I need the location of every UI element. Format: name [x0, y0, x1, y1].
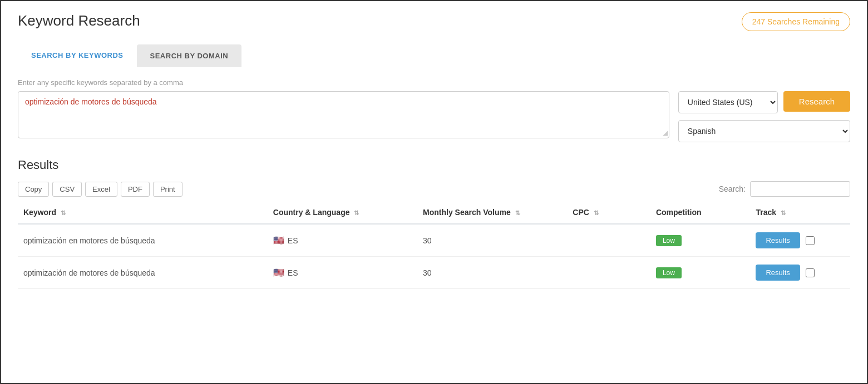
- col-cpc-label: CPC: [573, 208, 589, 217]
- table-row: optimización de motores de búsqueda 🇺🇸 E…: [18, 257, 850, 289]
- col-header-cpc: CPC ⇅: [567, 201, 650, 224]
- cell-competition-0: Low: [650, 224, 751, 257]
- searches-remaining-badge: 247 Searches Remaining: [742, 12, 850, 31]
- col-keyword-label: Keyword: [23, 208, 56, 217]
- print-button[interactable]: Print: [153, 182, 183, 197]
- results-button-0[interactable]: Results: [756, 232, 800, 248]
- sort-msv-icon[interactable]: ⇅: [515, 210, 520, 217]
- cell-msv-1: 30: [417, 257, 567, 289]
- table-row: optimización en motores de búsqueda 🇺🇸 E…: [18, 224, 850, 257]
- page-title: Keyword Research: [18, 12, 140, 29]
- col-header-competition: Competition: [650, 201, 751, 224]
- table-search-bar: Search:: [719, 181, 850, 197]
- tab-search-by-keywords[interactable]: SEARCH BY KEYWORDS: [18, 44, 137, 67]
- track-cell-0: Results: [756, 232, 845, 248]
- flag-emoji-1: 🇺🇸: [273, 267, 284, 278]
- cell-keyword-0: optimización en motores de búsqueda: [18, 224, 268, 257]
- table-search-input[interactable]: [750, 181, 850, 197]
- keyword-input-wrapper: optimización de motores de búsqueda ◢: [18, 91, 669, 138]
- col-country-label: Country & Language: [273, 208, 350, 217]
- lang-code-1: ES: [288, 268, 298, 277]
- research-button[interactable]: Research: [783, 91, 850, 112]
- search-row: optimización de motores de búsqueda ◢ Un…: [18, 91, 850, 142]
- sort-keyword-icon[interactable]: ⇅: [61, 210, 66, 217]
- col-msv-label: Monthly Search Volume: [423, 208, 511, 217]
- col-track-label: Track: [756, 208, 776, 217]
- sort-country-icon[interactable]: ⇅: [354, 210, 359, 217]
- sort-cpc-icon[interactable]: ⇅: [594, 210, 599, 217]
- cell-country-1: 🇺🇸 ES: [268, 257, 417, 289]
- results-section: Results Copy CSV Excel PDF Print Search:…: [18, 158, 850, 289]
- col-header-msv: Monthly Search Volume ⇅: [417, 201, 567, 224]
- keyword-textarea[interactable]: optimización de motores de búsqueda: [25, 97, 662, 131]
- col-header-track: Track ⇅: [750, 201, 850, 224]
- right-controls: United States (US) United Kingdom (UK) C…: [678, 91, 850, 142]
- col-header-country: Country & Language ⇅: [268, 201, 417, 224]
- page-wrapper: Keyword Research 247 Searches Remaining …: [0, 0, 868, 384]
- cell-track-0: Results: [750, 224, 850, 257]
- keyword-link-0[interactable]: optimización en motores de búsqueda: [23, 236, 155, 245]
- country-flag-1: 🇺🇸 ES: [273, 267, 298, 278]
- lang-code-0: ES: [288, 236, 298, 245]
- table-header-row: Keyword ⇅ Country & Language ⇅ Monthly S…: [18, 201, 850, 224]
- competition-badge-0: Low: [656, 235, 682, 246]
- cell-keyword-1: optimización de motores de búsqueda: [18, 257, 268, 289]
- country-research-row: United States (US) United Kingdom (UK) C…: [678, 91, 850, 113]
- results-title: Results: [18, 158, 850, 172]
- results-button-1[interactable]: Results: [756, 265, 800, 281]
- csv-button[interactable]: CSV: [52, 182, 82, 197]
- copy-button[interactable]: Copy: [18, 182, 49, 197]
- keyword-input-label: Enter any specific keywords separated by…: [18, 78, 850, 87]
- flag-emoji-0: 🇺🇸: [273, 235, 284, 246]
- track-checkbox-0[interactable]: [806, 236, 815, 245]
- cell-msv-0: 30: [417, 224, 567, 257]
- cell-cpc-0: [567, 224, 650, 257]
- track-cell-1: Results: [756, 265, 845, 281]
- tab-search-by-domain[interactable]: SEARCH BY DOMAIN: [137, 44, 242, 67]
- track-checkbox-1[interactable]: [806, 268, 815, 277]
- header: Keyword Research 247 Searches Remaining: [18, 12, 850, 31]
- country-select[interactable]: United States (US) United Kingdom (UK) C…: [678, 91, 778, 113]
- export-buttons: Copy CSV Excel PDF Print: [18, 182, 183, 197]
- col-header-keyword: Keyword ⇅: [18, 201, 268, 224]
- tab-bar: SEARCH BY KEYWORDS SEARCH BY DOMAIN: [18, 44, 850, 67]
- cell-track-1: Results: [750, 257, 850, 289]
- cell-competition-1: Low: [650, 257, 751, 289]
- results-table: Keyword ⇅ Country & Language ⇅ Monthly S…: [18, 201, 850, 289]
- resize-handle-icon: ◢: [660, 129, 668, 137]
- country-flag-0: 🇺🇸 ES: [273, 235, 298, 246]
- cell-cpc-1: [567, 257, 650, 289]
- pdf-button[interactable]: PDF: [121, 182, 150, 197]
- excel-button[interactable]: Excel: [85, 182, 117, 197]
- table-actions: Copy CSV Excel PDF Print Search:: [18, 181, 850, 197]
- col-competition-label: Competition: [656, 208, 702, 217]
- competition-badge-1: Low: [656, 267, 682, 278]
- sort-track-icon[interactable]: ⇅: [781, 210, 786, 217]
- cell-country-0: 🇺🇸 ES: [268, 224, 417, 257]
- language-select[interactable]: Spanish English French German Portuguese: [678, 120, 850, 142]
- search-label: Search:: [719, 184, 746, 193]
- keyword-link-1[interactable]: optimización de motores de búsqueda: [23, 268, 155, 277]
